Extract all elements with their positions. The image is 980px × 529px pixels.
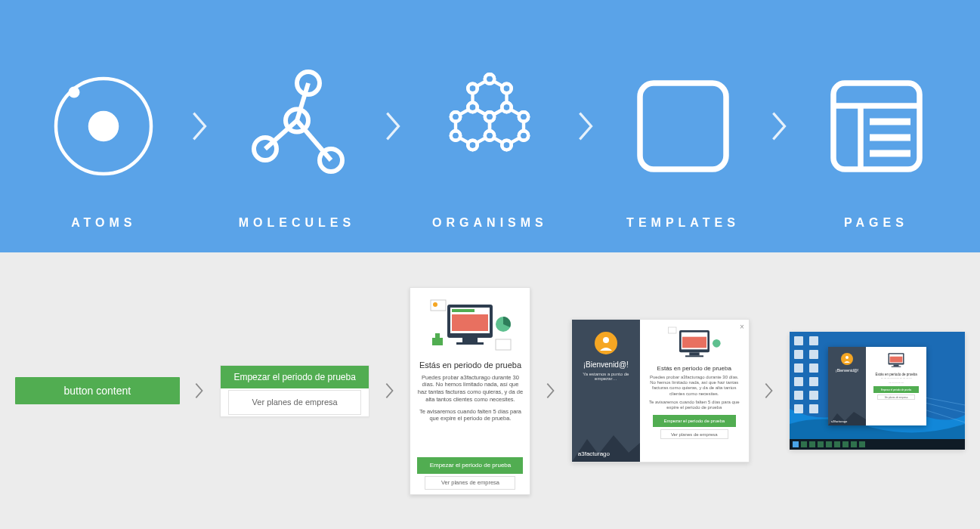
avatar-icon <box>841 353 853 365</box>
taskbar-app-icon[interactable] <box>834 441 840 447</box>
primary-button[interactable]: Empezar el periodo de prueba <box>221 366 369 389</box>
secondary-button[interactable]: Ver planes de empresa <box>228 390 361 414</box>
svg-rect-57 <box>435 333 440 338</box>
page-modal-content-panel: Estás en periodo de prueba ···· ···· ···… <box>866 347 926 425</box>
header-col-organisms: ORGANISMS <box>414 47 565 206</box>
desktop-shortcut-icon[interactable] <box>794 377 803 386</box>
desktop-shortcut-icon[interactable] <box>809 336 818 345</box>
windows-taskbar[interactable] <box>790 439 965 450</box>
taskbar-app-icon[interactable] <box>842 441 849 447</box>
desktop-shortcut-icon[interactable] <box>794 350 803 359</box>
mountains-icon <box>572 432 640 462</box>
sample-button[interactable]: button content <box>15 377 180 404</box>
computer-illustration-icon <box>879 350 914 371</box>
example-page: ¡Bienvenid@! a3facturago Estás en period <box>790 332 965 450</box>
svg-point-54 <box>433 302 437 307</box>
template-modal: × ¡Bienvenid@! Ya estamos a punto de emp… <box>571 319 750 462</box>
desktop-screenshot: ¡Bienvenid@! a3facturago Estás en period <box>790 332 965 450</box>
template-paragraph-2: Te avisaremos cuando falten 5 días para … <box>643 400 746 410</box>
svg-line-3 <box>265 121 297 150</box>
desktop-shortcut-icon[interactable] <box>794 404 803 413</box>
desktop-shortcut-icon[interactable] <box>794 363 803 373</box>
svg-rect-48 <box>452 309 475 312</box>
chevron-right-icon <box>764 382 774 400</box>
welcome-title: ¡Bienvenid@! <box>583 360 629 369</box>
svg-point-58 <box>603 337 609 343</box>
organism-paragraph-2: Te avisaremos cuando falten 5 días para … <box>415 408 525 423</box>
template-paragraph-1: Puedes probar a3facturago durante 30 día… <box>643 375 746 397</box>
svg-rect-72 <box>890 357 903 363</box>
desktop-shortcut-icon[interactable] <box>809 404 818 413</box>
chevron-right-icon <box>194 382 205 400</box>
desktop-shortcut-icon[interactable] <box>794 336 803 345</box>
example-template: × ¡Bienvenid@! Ya estamos a punto de emp… <box>571 319 750 462</box>
chevron-right-icon <box>577 47 596 206</box>
template-content-panel: Estás en periodo de prueba Puedes probar… <box>640 320 749 462</box>
svg-rect-61 <box>682 337 706 348</box>
example-organism: Estás en periodo de prueba Puedes probar… <box>410 287 530 495</box>
template-welcome-panel: ¡Bienvenid@! Ya estamos a punto de empez… <box>572 320 640 462</box>
start-button-icon[interactable] <box>793 441 799 447</box>
primary-button[interactable]: Empezar el periodo de prueba <box>653 415 736 427</box>
molecule-card: Empezar el periodo de prueba Ver planes … <box>220 365 369 417</box>
computer-illustration-icon <box>425 295 515 356</box>
secondary-button[interactable]: Ver planes de empresa <box>660 429 728 439</box>
taskbar-app-icon[interactable] <box>809 441 815 447</box>
desktop-shortcut-icon[interactable] <box>794 391 803 400</box>
secondary-button[interactable]: Ver planes de empresa <box>425 476 515 490</box>
taskbar-app-icon[interactable] <box>818 441 824 447</box>
taskbar-app-icon[interactable] <box>859 441 865 447</box>
example-atom: button content <box>15 377 180 404</box>
svg-rect-49 <box>452 314 488 331</box>
page-modal-welcome-panel: ¡Bienvenid@! a3facturago <box>828 347 866 425</box>
page-modal-title: Estás en periodo de prueba <box>875 373 917 376</box>
atomic-design-header: ATOMS MOLECULES <box>0 0 980 252</box>
template-icon <box>626 47 740 206</box>
header-col-molecules: MOLECULES <box>221 47 373 206</box>
svg-point-2 <box>69 87 80 98</box>
header-label-molecules: MOLECULES <box>239 216 355 230</box>
molecule-icon <box>240 47 354 206</box>
svg-rect-50 <box>462 338 478 342</box>
taskbar-app-icon[interactable] <box>826 441 832 447</box>
page-icon <box>820 47 933 206</box>
desktop-shortcut-icon[interactable] <box>809 391 818 400</box>
computer-illustration-icon <box>664 324 725 362</box>
svg-point-69 <box>846 356 849 359</box>
organism-icon <box>433 47 546 206</box>
chevron-right-icon <box>384 47 403 206</box>
page-modal: ¡Bienvenid@! a3facturago Estás en period <box>828 347 926 425</box>
svg-line-4 <box>297 121 331 161</box>
svg-rect-74 <box>892 367 901 367</box>
taskbar-app-icon[interactable] <box>851 441 857 447</box>
close-icon[interactable]: × <box>740 323 744 331</box>
header-label-templates: TEMPLATES <box>626 216 740 230</box>
desktop-shortcut-icon[interactable] <box>809 377 818 386</box>
mountains-icon <box>828 410 866 425</box>
example-molecule: Empezar el periodo de prueba Ver planes … <box>220 365 369 417</box>
secondary-button[interactable]: Ver planes de empresa <box>877 394 915 400</box>
primary-button[interactable]: Empezar el periodo de prueba <box>417 457 523 474</box>
svg-rect-39 <box>640 83 726 169</box>
primary-button[interactable]: Empezar el periodo de prueba <box>873 386 919 393</box>
page-modal-text: ···· ···· ···· ···· ···· <box>886 382 906 385</box>
svg-rect-63 <box>685 355 703 357</box>
svg-rect-62 <box>689 352 699 355</box>
desktop-icons-group <box>794 336 820 413</box>
taskbar-app-icon[interactable] <box>801 441 807 447</box>
svg-rect-53 <box>431 300 446 311</box>
desktop-shortcut-icon[interactable] <box>809 350 818 359</box>
organism-paragraph-1: Puedes probar a3facturago durante 30 día… <box>415 374 525 404</box>
svg-rect-56 <box>432 338 443 345</box>
svg-rect-73 <box>894 365 899 367</box>
chevron-right-icon <box>385 382 395 400</box>
organism-card: Estás en periodo de prueba Puedes probar… <box>410 287 530 495</box>
desktop-shortcut-icon[interactable] <box>809 363 818 373</box>
svg-rect-51 <box>456 342 484 345</box>
page-modal-text: ···· ···· ···· ···· ···· ···· ···· ···· … <box>879 378 914 381</box>
svg-rect-65 <box>668 327 676 333</box>
chevron-right-icon <box>770 47 790 206</box>
brand-label: a3facturago <box>578 450 610 457</box>
atom-icon <box>47 47 160 206</box>
header-label-pages: PAGES <box>844 216 908 230</box>
